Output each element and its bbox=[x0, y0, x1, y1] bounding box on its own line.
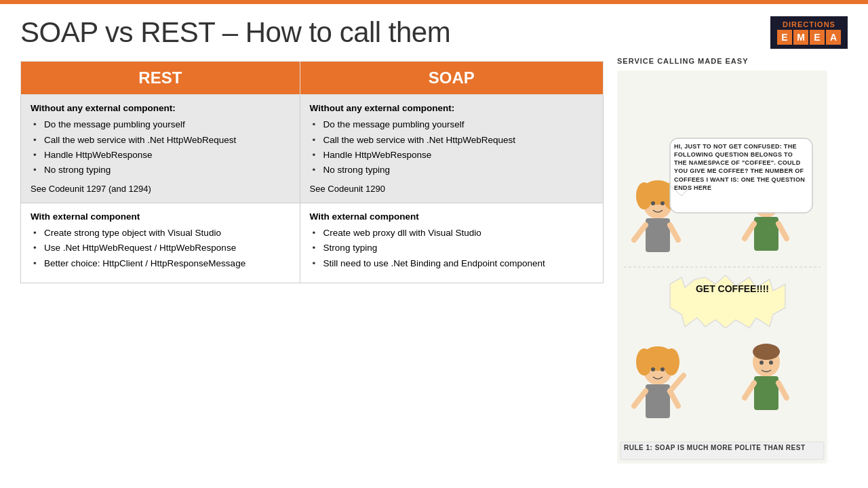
caption-text: RULE 1: SOAP IS MUCH MORE POLITE THAN RE… bbox=[624, 444, 821, 451]
soap-ext-bullet-2: Strong typing bbox=[313, 241, 593, 255]
rest-bullet-4: No strong typing bbox=[33, 163, 290, 177]
logo-m: M bbox=[793, 30, 808, 45]
table-row-2: With external component Create strong ty… bbox=[21, 203, 604, 283]
svg-rect-12 bbox=[754, 217, 778, 251]
svg-point-30 bbox=[660, 367, 665, 371]
svg-rect-26 bbox=[646, 384, 670, 418]
rest-section1-bullets: Do the message pumbling yourself Call th… bbox=[31, 118, 290, 177]
header-soap: SOAP bbox=[300, 62, 603, 95]
svg-point-8 bbox=[651, 201, 655, 205]
soap-bullet-3: Handle HttpWebResponse bbox=[313, 148, 593, 162]
soap-bullet-4: No strong typing bbox=[313, 163, 593, 177]
header-rest: REST bbox=[21, 62, 300, 95]
rest-bullet-2: Call the web service with .Net HttpWebRe… bbox=[33, 134, 290, 147]
logo-e1: E bbox=[777, 30, 792, 45]
rest-bullet-3: Handle HttpWebResponse bbox=[33, 148, 290, 162]
logo-directions-text: DIRECTIONS bbox=[783, 20, 835, 28]
svg-point-33 bbox=[753, 344, 780, 360]
logo-emea-row: E M E A bbox=[777, 30, 841, 45]
svg-point-9 bbox=[660, 201, 665, 205]
logo-box: DIRECTIONS E M E A bbox=[770, 16, 848, 49]
logo-a: A bbox=[826, 30, 841, 45]
bubble2-text: GET COFFEE!!!! bbox=[682, 283, 783, 295]
service-calling-title: SERVICE CALLING MADE EASY bbox=[617, 57, 749, 65]
comparison-table: REST SOAP Without any external component… bbox=[20, 61, 604, 283]
svg-point-37 bbox=[760, 361, 764, 365]
page-title: SOAP vs REST – How to call them bbox=[20, 16, 604, 49]
rest-ext-bullet-2: Use .Net HttpWebRequest / HttpWebRespons… bbox=[33, 241, 290, 255]
soap-section1-bullets: Do the message pumbling yourself Call th… bbox=[310, 118, 593, 177]
logo-area: DIRECTIONS E M E A bbox=[617, 16, 848, 49]
cartoon-svg: ? HI, JUST TO NOT GET CONFUSED: THE FOLL… bbox=[617, 70, 827, 464]
rest-bullet-1: Do the message pumbling yourself bbox=[33, 118, 290, 131]
svg-point-38 bbox=[769, 361, 773, 365]
logo-e2: E bbox=[810, 30, 825, 45]
svg-point-3 bbox=[636, 182, 652, 209]
svg-rect-5 bbox=[646, 218, 670, 252]
svg-point-25 bbox=[663, 348, 679, 375]
rest-ext-bullet-1: Create strong type object with Visual St… bbox=[33, 226, 290, 240]
rest-section2-title: With external component bbox=[31, 210, 290, 224]
rest-section1-title: Without any external component: bbox=[31, 102, 290, 115]
svg-point-29 bbox=[651, 367, 655, 371]
rest-external: With external component Create strong ty… bbox=[21, 203, 300, 283]
rest-no-component: Without any external component: Do the m… bbox=[21, 95, 300, 203]
svg-point-24 bbox=[636, 348, 652, 375]
rest-section2-bullets: Create strong type object with Visual St… bbox=[31, 226, 290, 270]
soap-codeunit: See Codeunit 1290 bbox=[310, 182, 593, 196]
table-row-1: Without any external component: Do the m… bbox=[21, 95, 604, 203]
soap-section2-title: With external component bbox=[310, 210, 593, 224]
bubble1-text: HI, JUST TO NOT GET CONFUSED: THE FOLLOW… bbox=[674, 142, 807, 192]
soap-bullet-2: Call the web service with .Net HttpWebRe… bbox=[313, 134, 593, 147]
soap-section2-bullets: Create web proxy dll with Visual Studio … bbox=[310, 226, 593, 270]
soap-ext-bullet-1: Create web proxy dll with Visual Studio bbox=[313, 226, 593, 240]
soap-ext-bullet-3: Still need to use .Net Binding and Endpo… bbox=[313, 257, 593, 270]
cartoon-area: ? HI, JUST TO NOT GET CONFUSED: THE FOLL… bbox=[617, 70, 827, 464]
soap-section1-title: Without any external component: bbox=[310, 102, 593, 115]
soap-bullet-1: Do the message pumbling yourself bbox=[313, 118, 593, 131]
soap-no-component: Without any external component: Do the m… bbox=[300, 95, 603, 203]
soap-external: With external component Create web proxy… bbox=[300, 203, 603, 283]
rest-codeunit: See Codeunit 1297 (and 1294) bbox=[31, 182, 290, 196]
svg-rect-34 bbox=[754, 376, 778, 410]
rest-ext-bullet-3: Better choice: HttpClient / HttpResponse… bbox=[33, 257, 290, 270]
